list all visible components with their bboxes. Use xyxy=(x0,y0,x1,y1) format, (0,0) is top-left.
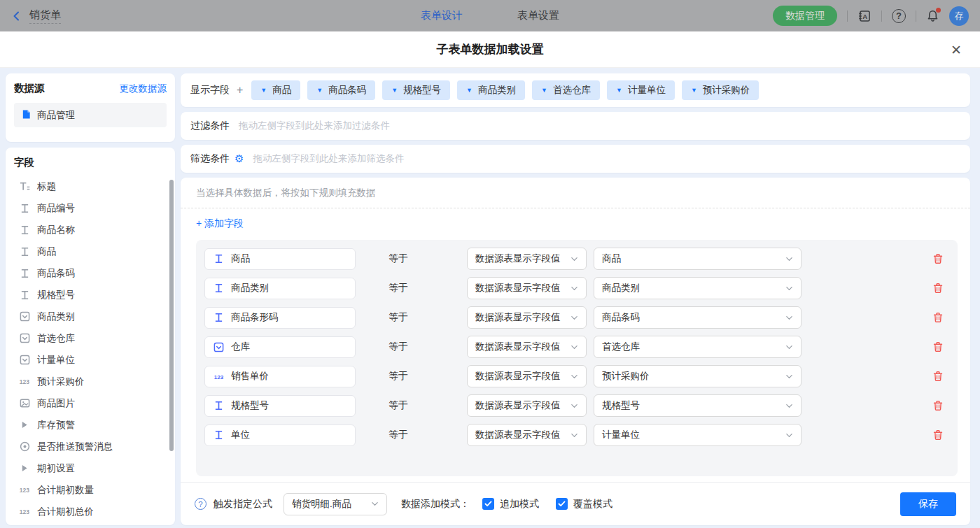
chevron-down-icon xyxy=(570,255,578,263)
avatar[interactable]: 存 xyxy=(949,6,969,26)
rule-target-field[interactable]: 规格型号 xyxy=(204,395,356,417)
rule-row: 仓库等于数据源表显示字段值首选仓库 xyxy=(196,332,958,362)
display-field-chip[interactable]: ▼规格型号 xyxy=(382,80,450,100)
notification-bell-icon[interactable] xyxy=(926,9,939,22)
delete-rule-icon[interactable] xyxy=(932,429,944,441)
rule-target-field[interactable]: 单位 xyxy=(204,424,356,446)
field-item[interactable]: 123合计期初总价 xyxy=(14,501,172,522)
rule-target-field[interactable]: 商品类别 xyxy=(204,278,356,299)
checkbox-checked-icon[interactable] xyxy=(556,498,568,510)
caret-down-icon[interactable]: ▼ xyxy=(691,87,697,94)
rule-source-select[interactable]: 数据源表显示字段值 xyxy=(467,394,587,417)
rule-source-select[interactable]: 数据源表显示字段值 xyxy=(467,365,587,387)
field-item[interactable]: 123预计采购价 xyxy=(14,371,172,392)
select-field-icon xyxy=(213,342,225,352)
rule-value-select[interactable]: 商品类别 xyxy=(594,277,802,299)
caret-down-icon[interactable]: ▼ xyxy=(541,87,547,94)
display-field-chip[interactable]: ▼商品类别 xyxy=(457,80,525,100)
field-item[interactable]: 是否推送预警消息 xyxy=(14,436,172,457)
display-field-chip[interactable]: ▼商品 xyxy=(251,80,300,100)
rule-value-select[interactable]: 首选仓库 xyxy=(594,336,802,358)
help-circle-icon[interactable]: ? xyxy=(195,498,206,510)
scrollbar[interactable] xyxy=(169,180,174,451)
delete-rule-icon[interactable] xyxy=(932,341,944,352)
caret-down-icon[interactable]: ▼ xyxy=(616,87,622,94)
rule-source-select[interactable]: 数据源表显示字段值 xyxy=(467,248,587,270)
field-item[interactable]: 商品名称 xyxy=(14,219,172,241)
data-manage-button[interactable]: 数据管理 xyxy=(773,6,837,26)
rule-value: 预计采购价 xyxy=(602,370,650,383)
display-field-chip[interactable]: ▼计量单位 xyxy=(607,80,675,100)
delete-rule-icon[interactable] xyxy=(932,312,944,323)
display-field-chip[interactable]: ▼首选仓库 xyxy=(532,80,600,100)
filter-condition-placeholder[interactable]: 拖动左侧字段到此处来添加过滤条件 xyxy=(239,120,390,132)
rule-target-field[interactable]: 仓库 xyxy=(204,336,356,358)
add-field-link[interactable]: + 添加字段 xyxy=(196,217,244,229)
field-item[interactable]: 商品编号 xyxy=(14,197,172,219)
help-icon[interactable]: ? xyxy=(892,9,906,23)
display-field-chip[interactable]: ▼预计采购价 xyxy=(682,80,759,100)
screen-condition-placeholder[interactable]: 拖动左侧字段到此处来添加筛选条件 xyxy=(253,152,404,165)
field-item[interactable]: 123合计期初数量 xyxy=(14,479,172,501)
caret-down-icon[interactable]: ▼ xyxy=(260,87,267,94)
field-item[interactable]: 商品 xyxy=(14,241,172,262)
field-item[interactable]: 计量单位 xyxy=(14,349,172,371)
field-item-label: 计量单位 xyxy=(37,354,75,366)
checkbox-checked-icon[interactable] xyxy=(482,498,494,510)
gear-icon[interactable]: ⚙ xyxy=(234,152,244,165)
field-item[interactable]: 规格型号 xyxy=(14,284,172,306)
datasource-item[interactable]: 商品管理 xyxy=(14,103,167,127)
display-field-chip[interactable]: ▼商品条码 xyxy=(307,80,375,100)
delete-rule-icon[interactable] xyxy=(932,283,944,294)
mode-option[interactable]: 追加模式 xyxy=(482,498,539,511)
divider xyxy=(916,10,916,22)
field-item[interactable]: 标题 xyxy=(14,176,172,197)
trigger-formula-select[interactable]: 销货明细.商品 xyxy=(284,493,387,515)
change-datasource-link[interactable]: 更改数据源 xyxy=(120,83,167,95)
save-button[interactable]: 保存 xyxy=(900,492,956,516)
chevron-down-icon xyxy=(785,343,793,351)
form-name[interactable]: 销货单 xyxy=(29,8,61,24)
rule-source-select[interactable]: 数据源表显示字段值 xyxy=(467,424,587,446)
chevron-down-icon xyxy=(570,431,578,439)
add-display-field-icon[interactable]: + xyxy=(237,84,243,97)
caret-down-icon[interactable]: ▼ xyxy=(316,87,323,94)
field-item[interactable]: 库存预警 xyxy=(14,414,172,436)
close-icon[interactable]: ✕ xyxy=(951,43,962,56)
field-item[interactable]: 期初设置 xyxy=(14,457,172,479)
rule-value-select[interactable]: 规格型号 xyxy=(594,394,802,417)
back-icon[interactable] xyxy=(11,10,22,22)
rule-value-select[interactable]: 预计采购价 xyxy=(594,365,802,387)
rule-source-select[interactable]: 数据源表显示字段值 xyxy=(467,336,587,358)
rule-source-select[interactable]: 数据源表显示字段值 xyxy=(467,306,587,329)
field-item[interactable]: 商品图片 xyxy=(14,392,172,414)
svg-text:123: 123 xyxy=(20,487,30,494)
rule-field-label: 单位 xyxy=(231,429,250,441)
delete-rule-icon[interactable] xyxy=(932,400,944,411)
field-item[interactable]: 首选仓库 xyxy=(14,327,172,349)
caret-down-icon[interactable]: ▼ xyxy=(466,87,472,94)
rule-value-select[interactable]: 商品条码 xyxy=(594,306,802,329)
rule-target-field[interactable]: 商品条形码 xyxy=(204,307,356,329)
field-item-label: 标题 xyxy=(37,180,56,193)
field-item[interactable]: 商品类别 xyxy=(14,306,172,327)
rule-value-select[interactable]: 计量单位 xyxy=(594,424,802,446)
chip-label: 首选仓库 xyxy=(553,84,591,97)
delete-rule-icon[interactable] xyxy=(932,371,944,382)
top-bar: 销货单 表单设计 表单设置 数据管理 A ? 存 xyxy=(0,0,980,31)
delete-rule-icon[interactable] xyxy=(932,253,944,264)
display-field-chips: ▼商品▼商品条码▼规格型号▼商品类别▼首选仓库▼计量单位▼预计采购价 xyxy=(251,80,759,100)
rule-target-field[interactable]: 商品 xyxy=(204,248,356,270)
tab-form-settings[interactable]: 表单设置 xyxy=(517,9,559,22)
rule-value-select[interactable]: 商品 xyxy=(594,248,802,270)
journal-icon[interactable]: A xyxy=(858,9,872,23)
caret-down-icon[interactable]: ▼ xyxy=(391,87,398,94)
field-item[interactable]: 商品条码 xyxy=(14,262,172,284)
image-field-icon xyxy=(18,398,31,408)
tab-form-design[interactable]: 表单设计 xyxy=(421,9,463,22)
text-field-icon xyxy=(213,401,225,411)
mode-option[interactable]: 覆盖模式 xyxy=(556,498,612,511)
rule-source-value: 数据源表显示字段值 xyxy=(475,341,561,353)
rule-source-select[interactable]: 数据源表显示字段值 xyxy=(467,277,587,299)
rule-target-field[interactable]: 123销售单价 xyxy=(204,366,356,387)
